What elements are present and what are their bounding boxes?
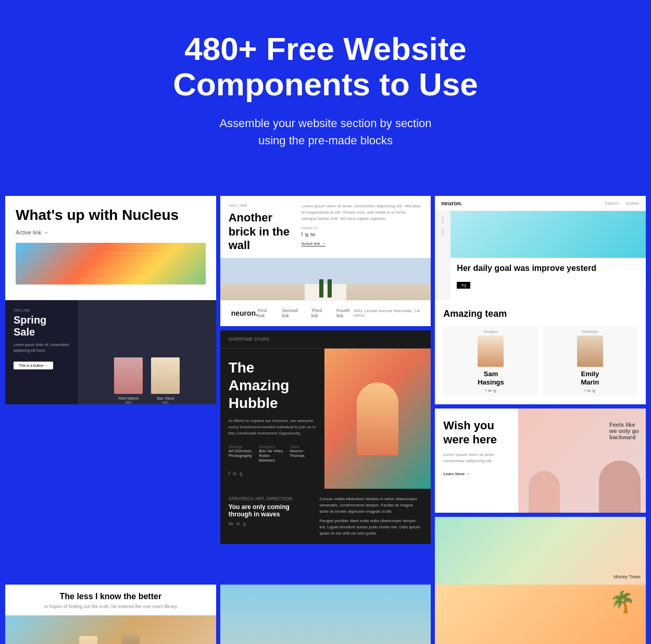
hubble-meta: Strategy Art Direction,Photography Desig… — [229, 445, 316, 463]
emily-ig[interactable]: ig — [593, 389, 595, 392]
spring-card[interactable]: TAG LINE Spring Sale Lorem ipsum dolor s… — [5, 300, 216, 404]
hubble-bottom: STRATEGY, ART, DIRECTION You are only co… — [220, 489, 431, 544]
hubble-title: The Amazing Hubble — [229, 359, 316, 412]
hubble-desc: In efforts to expand our horizons, we we… — [229, 418, 316, 437]
nav-link-1[interactable]: First link — [258, 308, 271, 318]
tree-2 — [328, 279, 332, 298]
nav-link-4[interactable]: Fourth link — [336, 308, 354, 318]
hubble-title-section: The Amazing Hubble In efforts to expand … — [229, 359, 316, 476]
hero-title: 480+ Free Website Components to Use — [143, 31, 508, 102]
less-card[interactable]: The less I know the better In hopes of f… — [5, 585, 216, 644]
product-stool-name: Bar Stool — [151, 396, 180, 401]
hubble-person — [357, 382, 398, 455]
spring-tag: TAG LINE — [14, 308, 70, 312]
tree-1 — [319, 279, 323, 298]
neuron-body: INFO DATA Her daily goal was improve yes… — [435, 211, 646, 300]
brick-top: TAG LINE Another brick in the wall Lorem… — [220, 196, 431, 257]
nav-pages[interactable]: PAGES — [605, 201, 619, 206]
brick-follow: Follow Us — [302, 226, 423, 230]
nucleus-card[interactable]: What's up with Nucleus Active link → — [5, 196, 216, 300]
navbar-card[interactable]: neuron. First link Second link Third lin… — [220, 300, 431, 326]
spring-left: TAG LINE Spring Sale Lorem ipsum dolor s… — [5, 300, 78, 404]
spring-btn[interactable]: This is a button → — [14, 362, 53, 369]
hubble-bottom-tag: STRATEGY, ART, DIRECTION — [229, 496, 309, 501]
meta-client: Client Neuron Thomas — [290, 445, 316, 463]
orange-bottom-card[interactable]: 🌴 — [435, 585, 646, 644]
center-column: neuron. First link Second link Third lin… — [220, 300, 431, 585]
sam-tw[interactable]: tw — [488, 389, 492, 392]
sidebar-text-2: DATA — [441, 228, 444, 236]
brick-tag: TAG LINE — [229, 203, 296, 208]
product-watch-img — [114, 357, 143, 394]
brick-action[interactable]: Active link → — [302, 241, 326, 246]
nav-link-3[interactable]: Third link — [311, 308, 327, 318]
right-column: Amazing team Designer SamHasings f tw ig… — [435, 300, 646, 585]
brick-trees — [319, 279, 332, 298]
brick-card[interactable]: TAG LINE Another brick in the wall Lorem… — [220, 196, 431, 300]
team-member-sam: Designer SamHasings f tw ig — [443, 326, 538, 396]
brick-body: Lorem ipsum dolor sit amet, consectetur … — [302, 203, 423, 222]
preview-row-3: The less I know the better In hopes of f… — [0, 585, 651, 644]
neuron-card[interactable]: neuron. PAGES SHARE INFO DATA Her daily … — [435, 196, 646, 300]
meta-designers-label: Designers — [259, 445, 285, 449]
ig-icon: ig — [305, 232, 308, 237]
product-watch-price: $80 — [114, 401, 143, 404]
emily-fb[interactable]: f — [585, 389, 586, 392]
wish-link[interactable]: Learn More → — [443, 472, 510, 476]
less-top: The less I know the better In hopes of f… — [5, 585, 216, 615]
meta-client-value: Neuron Thomas — [290, 449, 316, 458]
nucleus-image — [16, 243, 206, 284]
navbar-logo: neuron. — [231, 309, 258, 317]
sam-name: SamHasings — [447, 370, 534, 386]
sam-ig[interactable]: ig — [493, 389, 496, 392]
sam-social: f tw ig — [447, 389, 534, 392]
spring-desc: Lorem ipsum dolor sit, consectetur adipi… — [14, 342, 70, 353]
team-title: Amazing team — [443, 308, 637, 319]
less-person-1 — [79, 636, 97, 644]
meta-client-label: Client — [290, 445, 316, 449]
sam-role: Designer — [447, 330, 534, 333]
emily-tw[interactable]: tw — [587, 389, 591, 392]
hero-subtitle: Assemble your website section by section… — [206, 115, 445, 149]
social-fb[interactable]: f — [229, 471, 230, 476]
emily-role: Developer — [547, 330, 633, 333]
hero-section: 480+ Free Website Components to Use Asse… — [0, 0, 651, 191]
hubble-bottom-social: tw in g — [229, 521, 309, 526]
nav-link-2[interactable]: Second link — [282, 308, 301, 318]
neuron-btn[interactable]: Try — [457, 282, 470, 289]
hubble-tag: OVERTIME STARS — [229, 337, 270, 342]
sam-photo — [478, 336, 504, 367]
money-label: Money Trees — [614, 574, 641, 579]
wish-card[interactable]: Wish you were here Lorem ipsum dolor sit… — [435, 408, 646, 513]
neuron-logo: neuron. — [441, 200, 462, 206]
meta-designers-value: Ben de Vries,Robin Martinez — [259, 449, 285, 463]
hubble-social: f in g — [229, 471, 316, 476]
social-in[interactable]: in — [233, 471, 236, 476]
wish-right: Feels like we only go backward — [518, 408, 646, 513]
hubble-card[interactable]: OVERTIME STARS The Amazing Hubble In eff… — [220, 330, 431, 544]
team-card[interactable]: Amazing team Designer SamHasings f tw ig… — [435, 300, 646, 404]
money-card[interactable]: Money Trees — [435, 517, 646, 585]
sam-fb[interactable]: f — [485, 389, 486, 392]
preview-row-1: What's up with Nucleus Active link → TAG… — [0, 191, 651, 300]
neuron-image — [450, 211, 646, 258]
neuron-header: neuron. PAGES SHARE — [435, 196, 646, 211]
navbar-links: First link Second link Third link Fourth… — [258, 308, 354, 318]
hubble-bottom-left: STRATEGY, ART, DIRECTION You are only co… — [229, 496, 309, 537]
social-g-2[interactable]: g — [243, 521, 246, 526]
meta-strategy-value: Art Direction,Photography — [229, 449, 255, 458]
nav-share[interactable]: SHARE — [625, 201, 640, 206]
product-watch-name: Red Watch — [114, 396, 143, 401]
social-tw[interactable]: tw — [229, 521, 233, 526]
left-column-3: The less I know the better In hopes of f… — [5, 585, 216, 644]
spring-title: Spring Sale — [14, 314, 70, 338]
neuron-sidebar: INFO DATA — [435, 211, 450, 300]
sidebar-text-1: INFO — [441, 216, 444, 224]
social-in-2[interactable]: in — [236, 521, 240, 526]
wish-arch-1 — [529, 471, 560, 513]
nucleus-link[interactable]: Active link → — [16, 229, 206, 236]
arch-bottom-card[interactable] — [220, 585, 431, 644]
social-g[interactable]: g — [240, 471, 242, 476]
less-subtitle: In hopes of finding out the truth, he en… — [14, 603, 208, 610]
wish-left: Wish you were here Lorem ipsum dolor sit… — [435, 408, 518, 513]
